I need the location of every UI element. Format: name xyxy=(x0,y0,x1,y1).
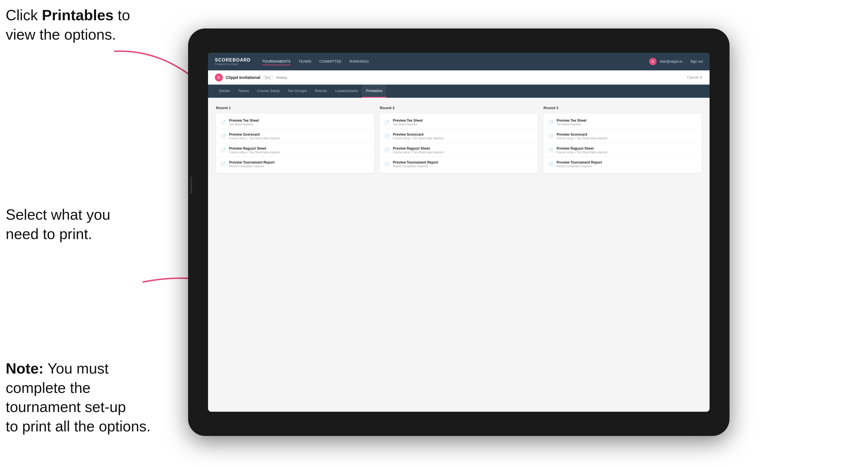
round1-tee-sheet-text: Preview Tee Sheet Tee Sheet required xyxy=(229,119,259,126)
tab-course-setup[interactable]: Course Setup xyxy=(253,85,284,98)
nav-link-committee[interactable]: COMMITTEE xyxy=(319,58,342,65)
tab-teams[interactable]: Teams xyxy=(234,85,253,98)
scorecard-icon-2: 📄 xyxy=(384,133,390,139)
tab-bar: Details Teams Course Setup Tee Groups Re… xyxy=(208,85,710,98)
tab-results[interactable]: Results xyxy=(311,85,331,98)
round1-tee-sheet-sub: Tee Sheet required xyxy=(229,123,259,126)
round-2-title: Round 2 xyxy=(380,106,538,110)
nav-link-teams[interactable]: TEAMS xyxy=(299,58,311,65)
logo-sub: Powered by clippd xyxy=(215,63,251,65)
round2-raguzzi-text: Preview Raguzzi Sheet Course setup + Tee… xyxy=(393,147,443,154)
tournament-logo: C xyxy=(215,73,223,82)
tournament-report-icon-2: 📄 xyxy=(384,161,390,167)
logo-title: SCOREBOARD xyxy=(215,58,251,63)
round3-tee-sheet-text: Preview Tee Sheet Tee Sheet required xyxy=(557,119,586,126)
round1-tee-sheet-title: Preview Tee Sheet xyxy=(229,119,259,123)
rounds-grid: Round 1 📄 Preview Tee Sheet Tee Sheet re… xyxy=(216,106,702,173)
round3-tee-sheet-title: Preview Tee Sheet xyxy=(557,119,586,123)
tournament-bar: C Clippd Invitational Men Hosting Cancel… xyxy=(208,70,710,85)
note-bold: Note: xyxy=(6,360,43,377)
raguzzi-icon-1: 📄 xyxy=(220,147,226,154)
cancel-button[interactable]: Cancel ✕ xyxy=(687,75,703,80)
user-email: blair@clippd.io xyxy=(660,60,682,64)
round2-tournament-report[interactable]: 📄 Preview Tournament Report Round Comple… xyxy=(380,158,538,171)
tournament-badge: Men xyxy=(262,75,273,80)
round1-tee-sheet[interactable]: 📄 Preview Tee Sheet Tee Sheet required xyxy=(216,116,374,129)
raguzzi-icon-3: 📄 xyxy=(548,147,554,154)
round1-raguzzi-sub: Course setup + Tee Sheet data required xyxy=(229,151,280,154)
round1-raguzzi-text: Preview Raguzzi Sheet Course setup + Tee… xyxy=(229,147,280,154)
round1-scorecard[interactable]: 📄 Preview Scorecard Course setup + Tee S… xyxy=(216,130,374,143)
main-content: Round 1 📄 Preview Tee Sheet Tee Sheet re… xyxy=(208,98,710,412)
round3-tournament-report-title: Preview Tournament Report xyxy=(557,160,602,164)
tablet-screen: SCOREBOARD Powered by clippd TOURNAMENTS… xyxy=(208,53,710,412)
round2-tee-sheet-sub: Tee Sheet required xyxy=(393,123,423,126)
round1-tournament-report-text: Preview Tournament Report Round Completi… xyxy=(229,160,274,168)
annotation-bold: Printables xyxy=(42,7,114,23)
round1-raguzzi-title: Preview Raguzzi Sheet xyxy=(229,147,280,150)
top-nav: SCOREBOARD Powered by clippd TOURNAMENTS… xyxy=(208,53,710,70)
tab-printables[interactable]: Printables xyxy=(362,85,386,98)
round3-tournament-report[interactable]: 📄 Preview Tournament Report Round Comple… xyxy=(544,158,702,171)
round3-scorecard[interactable]: 📄 Preview Scorecard Course setup + Tee S… xyxy=(544,130,702,143)
round1-scorecard-title: Preview Scorecard xyxy=(229,132,280,136)
round2-tournament-report-title: Preview Tournament Report xyxy=(393,160,438,164)
nav-link-rankings[interactable]: RANKINGS xyxy=(350,58,369,65)
tablet-device: SCOREBOARD Powered by clippd TOURNAMENTS… xyxy=(188,29,730,436)
nav-link-tournaments[interactable]: TOURNAMENTS xyxy=(262,58,291,65)
tournament-name: Clippd Invitational xyxy=(226,75,260,80)
round3-raguzzi-sub: Course setup + Tee Sheet data required xyxy=(557,151,607,154)
round3-raguzzi-title: Preview Raguzzi Sheet xyxy=(557,147,607,150)
round1-scorecard-sub: Course setup + Tee Sheet data required xyxy=(229,137,280,140)
annotation-top: Click Printables toview the options. xyxy=(6,6,130,44)
tournament-report-icon-3: 📄 xyxy=(548,161,554,167)
round3-scorecard-text: Preview Scorecard Course setup + Tee She… xyxy=(557,132,607,140)
round1-tournament-report-title: Preview Tournament Report xyxy=(229,160,274,164)
top-nav-right: B blair@clippd.io | Sign out xyxy=(649,58,703,65)
round3-raguzzi[interactable]: 📄 Preview Raguzzi Sheet Course setup + T… xyxy=(544,144,702,157)
round3-raguzzi-text: Preview Raguzzi Sheet Course setup + Tee… xyxy=(557,147,607,154)
tournament-report-icon-1: 📄 xyxy=(220,161,226,167)
round1-tournament-report-sub: Round Completion required xyxy=(229,165,274,168)
raguzzi-icon-2: 📄 xyxy=(384,147,390,154)
tee-sheet-icon-2: 📄 xyxy=(384,119,390,126)
top-nav-links: TOURNAMENTS TEAMS COMMITTEE RANKINGS xyxy=(262,58,649,65)
round2-tournament-report-sub: Round Completion required xyxy=(393,165,438,168)
round3-tournament-report-sub: Round Completion required xyxy=(557,165,602,168)
user-avatar: B xyxy=(649,58,656,65)
scorecard-icon-1: 📄 xyxy=(220,133,226,139)
round2-tournament-report-text: Preview Tournament Report Round Completi… xyxy=(393,160,438,168)
round2-raguzzi-sub: Course setup + Tee Sheet data required xyxy=(393,151,443,154)
annotation-mid-text: Select what youneed to print. xyxy=(6,206,110,242)
round1-raguzzi[interactable]: 📄 Preview Raguzzi Sheet Course setup + T… xyxy=(216,144,374,157)
round3-scorecard-title: Preview Scorecard xyxy=(557,132,607,136)
round2-tee-sheet-text: Preview Tee Sheet Tee Sheet required xyxy=(393,119,423,126)
tab-tee-groups[interactable]: Tee Groups xyxy=(284,85,311,98)
round2-raguzzi-title: Preview Raguzzi Sheet xyxy=(393,147,443,150)
annotation-mid: Select what youneed to print. xyxy=(6,205,110,244)
annotation-bottom: Note: You mustcomplete thetournament set… xyxy=(6,359,151,436)
round2-scorecard-title: Preview Scorecard xyxy=(393,132,443,136)
sign-out-button[interactable]: Sign out xyxy=(690,60,703,64)
round3-tournament-report-text: Preview Tournament Report Round Completi… xyxy=(557,160,602,168)
annotation-top-text: Click Printables toview the options. xyxy=(6,7,130,43)
scorecard-icon-3: 📄 xyxy=(548,133,554,139)
round-1-title: Round 1 xyxy=(216,106,374,110)
round-3-section: Round 3 📄 Preview Tee Sheet Tee Sheet re… xyxy=(544,106,702,173)
round2-scorecard-text: Preview Scorecard Course setup + Tee She… xyxy=(393,132,443,140)
round1-tournament-report[interactable]: 📄 Preview Tournament Report Round Comple… xyxy=(216,158,374,171)
tab-leaderboards[interactable]: Leaderboards xyxy=(331,85,362,98)
round-1-cards: 📄 Preview Tee Sheet Tee Sheet required 📄… xyxy=(216,114,374,173)
round2-raguzzi[interactable]: 📄 Preview Raguzzi Sheet Course setup + T… xyxy=(380,144,538,157)
round3-tee-sheet-sub: Tee Sheet required xyxy=(557,123,586,126)
round2-scorecard[interactable]: 📄 Preview Scorecard Course setup + Tee S… xyxy=(380,130,538,143)
round-2-cards: 📄 Preview Tee Sheet Tee Sheet required 📄… xyxy=(380,114,538,173)
round2-tee-sheet-title: Preview Tee Sheet xyxy=(393,119,423,123)
round3-tee-sheet[interactable]: 📄 Preview Tee Sheet Tee Sheet required xyxy=(544,116,702,129)
tab-details[interactable]: Details xyxy=(215,85,234,98)
round-1-section: Round 1 📄 Preview Tee Sheet Tee Sheet re… xyxy=(216,106,374,173)
tee-sheet-icon-1: 📄 xyxy=(220,119,226,126)
annotation-bottom-text: Note: You mustcomplete thetournament set… xyxy=(6,360,151,435)
round2-tee-sheet[interactable]: 📄 Preview Tee Sheet Tee Sheet required xyxy=(380,116,538,129)
round2-scorecard-sub: Course setup + Tee Sheet data required xyxy=(393,137,443,140)
